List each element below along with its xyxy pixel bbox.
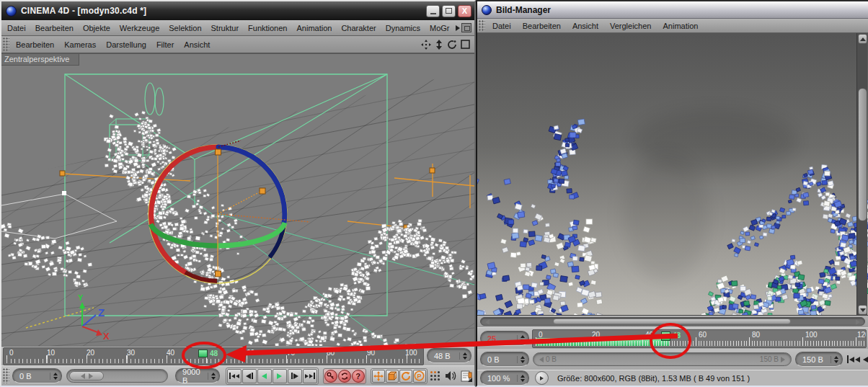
play-render-button[interactable] bbox=[535, 371, 549, 385]
spinner-arrows[interactable] bbox=[831, 356, 840, 363]
menu-dynamics[interactable]: Dynamics bbox=[381, 24, 425, 32]
range-end-spinner[interactable]: 9000 B bbox=[175, 368, 220, 383]
horizontal-scrollbar[interactable] bbox=[477, 316, 868, 327]
scroll-left-icon[interactable] bbox=[485, 319, 490, 325]
frame-ruler[interactable]: 0 10 20 30 40 60 70 80 90 100 48 bbox=[3, 347, 424, 365]
bm-current-frame-marker[interactable] bbox=[661, 332, 670, 341]
parent-coords-button[interactable]: P bbox=[413, 370, 426, 383]
horizontal-scroll-thumb[interactable] bbox=[553, 319, 791, 324]
sound-button[interactable] bbox=[443, 368, 459, 384]
spinner-arrows[interactable] bbox=[50, 373, 59, 380]
rotate-view-icon[interactable] bbox=[447, 40, 457, 50]
spinner-arrows[interactable] bbox=[208, 373, 217, 380]
c4d-title-bar[interactable]: CINEMA 4D - [modyn30.c4d *] X bbox=[1, 1, 474, 20]
timeline-ruler-row: 0 10 20 30 40 60 70 80 90 100 48 48 B bbox=[1, 346, 474, 365]
scroll-up-button[interactable] bbox=[858, 34, 867, 44]
range-start-spinner[interactable]: 0 B bbox=[12, 368, 62, 383]
rendered-image-view[interactable] bbox=[477, 33, 868, 316]
p-circle-icon: P bbox=[414, 370, 425, 381]
spinner-arrows[interactable] bbox=[517, 356, 526, 363]
menu-animation[interactable]: Animation bbox=[292, 24, 337, 32]
goto-end-button[interactable] bbox=[303, 369, 317, 383]
menu-struktur[interactable]: Struktur bbox=[206, 24, 244, 32]
menu-werkzeuge[interactable]: Werkzeuge bbox=[115, 24, 164, 32]
bm-range-end-spinner[interactable]: 150 B bbox=[795, 352, 843, 367]
menu-funktionen[interactable]: Funktionen bbox=[244, 24, 292, 32]
pan-icon[interactable] bbox=[421, 40, 431, 50]
minimize-button[interactable] bbox=[426, 5, 440, 17]
bm-goto-start-button[interactable] bbox=[847, 355, 860, 363]
menu-datei[interactable]: Datei bbox=[1, 24, 30, 32]
goto-start-button[interactable] bbox=[227, 369, 242, 383]
layout-panel-icon[interactable] bbox=[461, 23, 471, 32]
bm-menu-vergleichen[interactable]: Vergleichen bbox=[604, 22, 657, 30]
record-key-button[interactable] bbox=[324, 370, 337, 383]
vmenu-ansicht[interactable]: Ansicht bbox=[179, 40, 215, 49]
viewport-3d[interactable]: Zentralperspektive bbox=[1, 53, 474, 346]
drag-handle[interactable] bbox=[3, 37, 9, 50]
viewport-toolbar: Bearbeiten Kameras Darstellung Filter An… bbox=[1, 36, 474, 53]
horizontal-scroll-track[interactable] bbox=[480, 317, 865, 326]
bm-prev-frame-button[interactable] bbox=[863, 357, 868, 362]
vertical-scrollbar[interactable] bbox=[856, 33, 867, 316]
range-slider-thumb[interactable] bbox=[69, 371, 104, 381]
menu-mograph[interactable]: MoGr bbox=[425, 24, 455, 32]
spinner-arrows[interactable] bbox=[517, 335, 526, 342]
close-button[interactable]: X bbox=[458, 5, 471, 17]
rendered-image bbox=[477, 33, 868, 316]
bm-title-bar[interactable]: Bild-Manager bbox=[477, 1, 868, 19]
help-button[interactable]: ? bbox=[352, 370, 365, 383]
drag-handle[interactable] bbox=[3, 368, 9, 384]
range-min-handle[interactable]: 0 B bbox=[539, 355, 557, 363]
menu-bearbeiten[interactable]: Bearbeiten bbox=[30, 24, 78, 32]
spinner-arrows[interactable] bbox=[517, 375, 526, 382]
vmenu-filter[interactable]: Filter bbox=[151, 40, 179, 49]
spinner-arrows[interactable] bbox=[459, 352, 469, 360]
rotate-tool-button[interactable] bbox=[399, 370, 412, 383]
previous-frame-button[interactable] bbox=[242, 369, 257, 383]
current-frame-marker[interactable] bbox=[198, 350, 208, 357]
bm-menu-datei[interactable]: Datei bbox=[487, 22, 517, 30]
zoom-icon[interactable] bbox=[435, 40, 443, 50]
snap-grid-button[interactable] bbox=[428, 368, 443, 384]
fps-spinner[interactable]: 25 bbox=[480, 331, 529, 346]
scroll-right-icon[interactable] bbox=[856, 319, 860, 325]
menu-overflow-icon[interactable] bbox=[456, 25, 460, 31]
vmenu-darstellung[interactable]: Darstellung bbox=[101, 40, 151, 49]
bm-timeline-row: 25 0 20 40 60 80 100 120 48 bbox=[477, 327, 868, 349]
next-frame-button[interactable] bbox=[288, 369, 302, 383]
bm-range-end-value: 150 B bbox=[802, 355, 823, 364]
play-button[interactable] bbox=[273, 369, 287, 383]
bm-menu-ansicht[interactable]: Ansicht bbox=[567, 22, 604, 30]
bm-range-row: 0 B 0 B 150 B 150 B bbox=[477, 349, 868, 370]
maximize-view-icon[interactable] bbox=[461, 40, 470, 49]
menu-selektion[interactable]: Selektion bbox=[164, 24, 206, 32]
bm-frame-ruler[interactable]: 0 20 40 60 80 100 120 48 bbox=[532, 329, 867, 348]
drag-handle[interactable] bbox=[479, 20, 485, 31]
loop-arrows-icon bbox=[340, 372, 349, 381]
vertical-scroll-thumb[interactable] bbox=[858, 88, 867, 221]
svg-text:P: P bbox=[417, 373, 422, 380]
frame-number-value: 48 B bbox=[434, 352, 451, 360]
maximize-button[interactable] bbox=[442, 5, 456, 17]
move-tool-button[interactable] bbox=[372, 370, 385, 383]
menu-charakter[interactable]: Charakter bbox=[337, 24, 381, 32]
document-settings-button[interactable] bbox=[459, 368, 474, 384]
vmenu-bearbeiten[interactable]: Bearbeiten bbox=[11, 40, 59, 49]
preview-range-slider[interactable] bbox=[66, 369, 168, 383]
bm-range-start-spinner[interactable]: 0 B bbox=[480, 352, 529, 367]
scale-tool-button[interactable] bbox=[386, 370, 399, 383]
zoom-level-spinner[interactable]: 100 % bbox=[480, 370, 529, 386]
menu-objekte[interactable]: Objekte bbox=[78, 24, 115, 32]
autokey-button[interactable] bbox=[338, 370, 351, 383]
bm-range-slider[interactable]: 0 B 150 B bbox=[533, 352, 792, 366]
bm-menu-bearbeiten[interactable]: Bearbeiten bbox=[517, 22, 567, 30]
vmenu-kameras[interactable]: Kameras bbox=[59, 40, 101, 49]
bm-menu-animation[interactable]: Animation bbox=[657, 22, 704, 30]
scroll-down-button[interactable] bbox=[858, 305, 867, 315]
c4d-app-icon bbox=[6, 6, 17, 17]
viewport-camera-label[interactable]: Zentralperspektive bbox=[1, 54, 79, 66]
play-backwards-button[interactable] bbox=[257, 369, 272, 383]
range-max-handle[interactable]: 150 B bbox=[760, 355, 785, 363]
frame-number-spinner[interactable]: 48 B bbox=[427, 348, 471, 363]
